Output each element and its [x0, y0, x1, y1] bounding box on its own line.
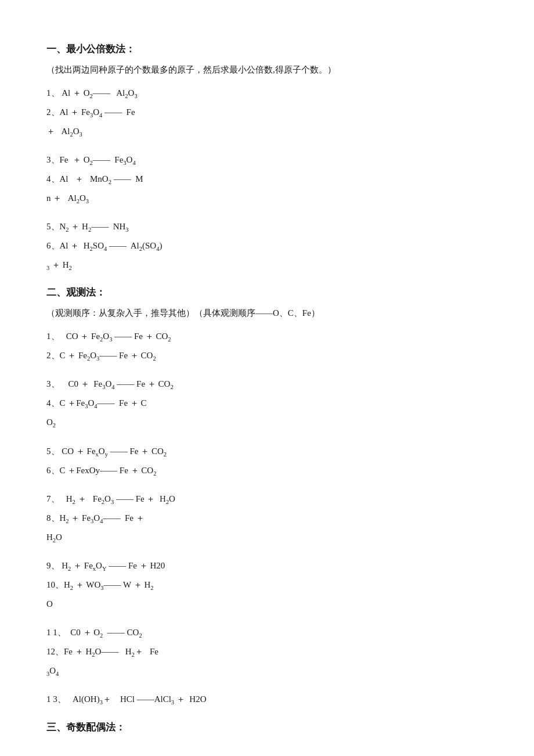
s2-eq4: 4、C ＋Fe3O4—— Fe ＋ C O2	[46, 394, 488, 432]
s2-eq12-cont: 3O4	[46, 666, 59, 675]
section1-note: （找出两边同种原子的个数最多的原子，然后求最小公倍数,得原子个数。）	[46, 62, 488, 78]
eq2-text: 2、Al ＋ Fe3O4 —— Fe	[46, 107, 135, 117]
s2-eq1: 1、 CO ＋ Fe2O3 —— Fe ＋ CO2	[46, 327, 488, 346]
eq4: 4、Al ＋ MnO2 —— M n ＋ Al2O3	[46, 170, 488, 208]
eq-row-1-2: 1、 Al ＋ O2—— Al2O3 2、Al ＋ Fe3O4 —— Fe ＋ …	[46, 84, 488, 141]
s2-eq2-text: 2、C ＋ Fe2O3—— Fe ＋ CO2	[46, 351, 156, 360]
s2-eq5: 5、 CO ＋ FexOy —— Fe ＋ CO2	[46, 442, 488, 461]
eq4-text: 4、Al ＋ MnO2 —— M	[46, 174, 143, 183]
eq-row-3-4: 3、Fe ＋ O2—— Fe3O4 4、Al ＋ MnO2 —— M n ＋ A…	[46, 150, 488, 208]
eq1-text: 1、 Al ＋ O2—— Al2O3	[46, 88, 138, 98]
eq1: 1、 Al ＋ O2—— Al2O3	[46, 84, 488, 103]
eq2: 2、Al ＋ Fe3O4 —— Fe ＋ Al2O3	[46, 103, 488, 141]
s2-eq12: 12、Fe ＋ H2O—— H2＋ Fe 3O4	[46, 642, 488, 681]
s2-eq13: 1 3、 Al(OH)3＋ HCl ——AlCl3 ＋ H2O	[46, 690, 488, 709]
section2-title: 二、观测法：	[46, 284, 488, 302]
eq3-text: 3、Fe ＋ O2—— Fe3O4	[46, 155, 136, 164]
s2-eq11-text: 1 1、 C0 ＋ O2 —— CO2	[46, 628, 142, 637]
eq-row-5-6: 5、N2 ＋ H2—— NH3 6、Al ＋ H2SO4 —— Al2(SO4)…	[46, 217, 488, 275]
s2-eq5-text: 5、 CO ＋ FexOy —— Fe ＋ CO2	[46, 447, 167, 456]
s2-eq4-text: 4、C ＋Fe3O4—— Fe ＋ C	[46, 398, 147, 408]
s2-eq8-cont: H2O	[46, 532, 62, 542]
section3-title: 三、奇数配偶法：	[46, 719, 488, 737]
s2-eq9: 9、 H2 ＋ FexOY —— Fe ＋ H20	[46, 556, 488, 575]
s2-eq4-cont: O2	[46, 417, 56, 427]
eq6-text: 6、Al ＋ H2SO4 —— Al2(SO4)	[46, 241, 162, 250]
s2-eq-row-5-6: 5、 CO ＋ FexOy —— Fe ＋ CO2 6、C ＋FexOy—— F…	[46, 442, 488, 480]
s2-eq8-text: 8、H2 ＋ Fe3O4—— Fe ＋	[46, 513, 145, 523]
s2-eq-row-3-4: 3、 C0 ＋ Fe3O4 —— Fe ＋ CO2 4、C ＋Fe3O4—— F…	[46, 375, 488, 432]
eq6-cont: 3 ＋ H2	[46, 260, 72, 269]
eq6: 6、Al ＋ H2SO4 —— Al2(SO4) 3 ＋ H2	[46, 236, 488, 275]
section2-note1: （观测顺序：从复杂入手，推导其他）（具体观测顺序——O、C、Fe）	[46, 305, 488, 321]
s2-eq-row-7-8: 7、 H2 ＋ Fe2O3 —— Fe ＋ H2O 8、H2 ＋ Fe3O4——…	[46, 489, 488, 547]
s2-eq10: 10、H2 ＋ WO3—— W ＋ H2 O	[46, 575, 488, 614]
section1-title: 一、最小公倍数法：	[46, 41, 488, 59]
s2-eq11: 1 1、 C0 ＋ O2 —— CO2	[46, 623, 488, 642]
eq5: 5、N2 ＋ H2—— NH3	[46, 217, 488, 236]
eq3: 3、Fe ＋ O2—— Fe3O4	[46, 150, 488, 170]
s2-eq-row-13: 1 3、 Al(OH)3＋ HCl ——AlCl3 ＋ H2O	[46, 690, 488, 709]
eq5-text: 5、N2 ＋ H2—— NH3	[46, 222, 129, 231]
eq2-cont: ＋ Al2O3	[46, 127, 82, 136]
s2-eq7: 7、 H2 ＋ Fe2O3 —— Fe ＋ H2O	[46, 489, 488, 509]
s2-eq1-text: 1、 CO ＋ Fe2O3 —— Fe ＋ CO2	[46, 332, 171, 341]
s2-eq10-cont: O	[46, 599, 53, 609]
s2-eq2: 2、C ＋ Fe2O3—— Fe ＋ CO2	[46, 346, 488, 365]
s2-eq-row-11-12: 1 1、 C0 ＋ O2 —— CO2 12、Fe ＋ H2O—— H2＋ Fe…	[46, 623, 488, 681]
s2-eq6: 6、C ＋FexOy—— Fe ＋ CO2	[46, 461, 488, 480]
s2-eq10-text: 10、H2 ＋ WO3—— W ＋ H2	[46, 580, 154, 589]
s2-eq-row-1-2: 1、 CO ＋ Fe2O3 —— Fe ＋ CO2 2、C ＋ Fe2O3—— …	[46, 327, 488, 365]
s2-eq6-text: 6、C ＋FexOy—— Fe ＋ CO2	[46, 466, 156, 475]
eq4-cont: n ＋ Al2O3	[46, 193, 89, 203]
s2-eq-row-9-10: 9、 H2 ＋ FexOY —— Fe ＋ H20 10、H2 ＋ WO3—— …	[46, 556, 488, 614]
s2-eq3-text: 3、 C0 ＋ Fe3O4 —— Fe ＋ CO2	[46, 379, 174, 388]
s2-eq3: 3、 C0 ＋ Fe3O4 —— Fe ＋ CO2	[46, 375, 488, 394]
s2-eq8: 8、H2 ＋ Fe3O4—— Fe ＋ H2O	[46, 509, 488, 547]
s2-eq13-text: 1 3、 Al(OH)3＋ HCl ——AlCl3 ＋ H2O	[46, 694, 207, 704]
s2-eq7-text: 7、 H2 ＋ Fe2O3 —— Fe ＋ H2O	[46, 494, 175, 503]
s2-eq12-text: 12、Fe ＋ H2O—— H2＋ Fe	[46, 647, 158, 656]
s2-eq9-text: 9、 H2 ＋ FexOY —— Fe ＋ H20	[46, 561, 165, 570]
